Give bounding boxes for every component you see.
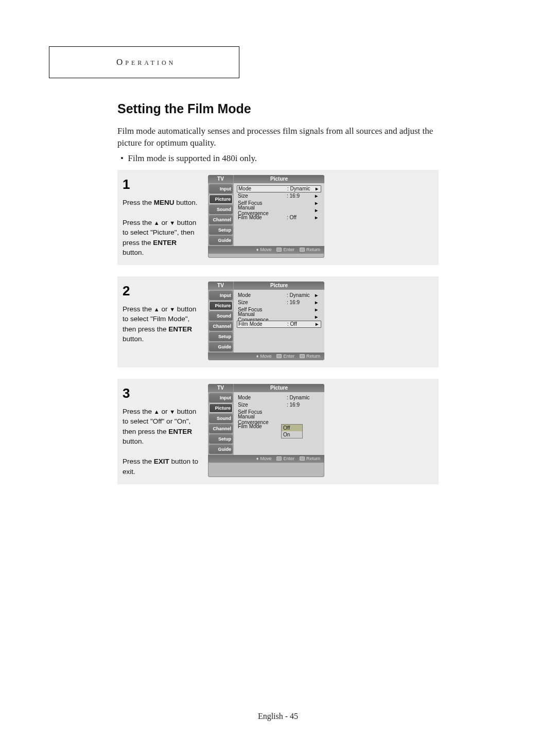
- osd-title: Picture: [234, 384, 324, 392]
- osd-tv-label: TV: [208, 175, 234, 183]
- osd-footer: ♦Move Enter Return: [208, 246, 324, 254]
- updown-icon: ♦: [256, 354, 259, 359]
- step-2-line-1: Press the ▲ or ▼ button to select "Film …: [123, 304, 199, 344]
- enter-icon: [276, 248, 282, 252]
- page-footer: English - 45: [0, 712, 556, 721]
- footer-move: ♦Move: [256, 456, 272, 461]
- sidebar-picture[interactable]: Picture: [209, 301, 233, 310]
- osd-sidebar: Input Picture Sound Channel Setup Guide: [208, 392, 234, 455]
- footer-move: ♦Move: [256, 247, 272, 252]
- chapter-title: Operation: [116, 57, 176, 67]
- dropdown-option-on[interactable]: On: [282, 431, 302, 438]
- sidebar-channel[interactable]: Channel: [209, 215, 233, 224]
- osd-main: Mode: Dynamic▸ Size: 16:9▸ Self Focus▸ M…: [234, 183, 324, 246]
- sidebar-input[interactable]: Input: [209, 184, 233, 194]
- step-2: 2 Press the ▲ or ▼ button to select "Fil…: [117, 276, 439, 367]
- menu-row-filmmode[interactable]: Film Mode: Off▸: [237, 214, 321, 221]
- footer-return: Return: [300, 354, 320, 359]
- footer-move: ♦Move: [256, 354, 272, 359]
- updown-icon: ♦: [256, 456, 259, 461]
- sidebar-sound[interactable]: Sound: [209, 311, 233, 321]
- sidebar-input[interactable]: Input: [209, 393, 233, 402]
- menu-row-size[interactable]: Size: 16:9: [237, 401, 321, 409]
- osd-screenshot-3: TV Picture Input Picture Sound Channel S…: [208, 384, 324, 477]
- menu-row-filmmode[interactable]: Film Mode:: [237, 423, 321, 430]
- step-3-text: 3 Press the ▲ or ▼ button to select "Off…: [123, 384, 199, 477]
- osd-screenshot-2: TV Picture Input Picture Sound Channel S…: [208, 282, 324, 360]
- menu-row-mode[interactable]: Mode: Dynamic▸: [237, 292, 321, 299]
- bullet-note: • Film mode is supported in 480i only.: [120, 153, 439, 164]
- chevron-right-icon: ▸: [312, 215, 318, 220]
- menu-row-mode[interactable]: Mode: Dynamic▸: [237, 185, 321, 192]
- step-number: 1: [123, 175, 199, 195]
- osd-screenshot-1: TV Picture Input Picture Sound Channel S…: [208, 175, 324, 258]
- step-1-line-1: Press the MENU button.: [123, 198, 199, 208]
- menu-row-size[interactable]: Size: 16:9▸: [237, 299, 321, 306]
- sidebar-sound[interactable]: Sound: [209, 205, 233, 214]
- up-arrow-icon: ▲: [154, 220, 160, 226]
- osd-footer: ♦Move Enter Return: [208, 353, 324, 360]
- sidebar-input[interactable]: Input: [209, 291, 233, 300]
- up-arrow-icon: ▲: [154, 306, 160, 312]
- step-2-text: 2 Press the ▲ or ▼ button to select "Fil…: [123, 282, 199, 360]
- menu-row-mode[interactable]: Mode: Dynamic: [237, 394, 321, 401]
- sidebar-setup[interactable]: Setup: [209, 434, 233, 444]
- footer-return: Return: [300, 456, 320, 461]
- dropdown-option-off[interactable]: Off: [282, 425, 302, 431]
- manual-page: Operation Setting the Film Mode Film mod…: [0, 0, 556, 756]
- osd-title: Picture: [234, 175, 324, 183]
- content-area: Setting the Film Mode Film mode automati…: [117, 101, 439, 484]
- step-3: 3 Press the ▲ or ▼ button to select "Off…: [117, 379, 439, 484]
- sidebar-guide[interactable]: Guide: [209, 236, 233, 245]
- osd-footer: ♦Move Enter Return: [208, 455, 324, 463]
- enter-icon: [276, 456, 282, 461]
- chevron-right-icon: ▸: [312, 207, 318, 213]
- osd-main: Mode: Dynamic▸ Size: 16:9▸ Self Focus▸ M…: [234, 290, 324, 353]
- menu-row-convergence[interactable]: Manual Convergence▸: [237, 313, 321, 321]
- menu-row-filmmode[interactable]: Film Mode: Off▸: [237, 321, 321, 328]
- step-3-line-2: Press the EXIT button to exit.: [123, 456, 199, 477]
- intro-text: Film mode automatically senses and proce…: [117, 126, 439, 149]
- chevron-right-icon: ▸: [313, 321, 318, 327]
- chevron-right-icon: ▸: [312, 193, 318, 199]
- step-number: 3: [123, 384, 199, 403]
- footer-enter: Enter: [276, 247, 294, 252]
- sidebar-sound[interactable]: Sound: [209, 414, 233, 423]
- chevron-right-icon: ▸: [312, 307, 318, 312]
- chevron-right-icon: ▸: [312, 300, 318, 305]
- osd-tv-label: TV: [208, 282, 234, 290]
- step-1-line-2: Press the ▲ or ▼ button to select "Pictu…: [123, 218, 199, 258]
- sidebar-picture[interactable]: Picture: [209, 403, 233, 413]
- sidebar-picture[interactable]: Picture: [209, 195, 233, 204]
- osd-title: Picture: [234, 282, 324, 290]
- step-1-text: 1 Press the MENU button. Press the ▲ or …: [123, 175, 199, 258]
- sidebar-channel[interactable]: Channel: [209, 322, 233, 331]
- menu-row-convergence[interactable]: Manual Convergence: [237, 416, 321, 423]
- osd-sidebar: Input Picture Sound Channel Setup Guide: [208, 183, 234, 246]
- sidebar-guide[interactable]: Guide: [209, 445, 233, 454]
- sidebar-setup[interactable]: Setup: [209, 225, 233, 235]
- osd-body: Input Picture Sound Channel Setup Guide …: [208, 392, 324, 455]
- return-icon: [300, 354, 305, 358]
- down-arrow-icon: ▼: [169, 409, 175, 415]
- chevron-right-icon: ▸: [312, 292, 318, 298]
- filmmode-dropdown[interactable]: Off On: [281, 424, 303, 438]
- chapter-header: Operation: [49, 46, 239, 78]
- footer-return: Return: [300, 247, 320, 252]
- footer-enter: Enter: [276, 456, 294, 461]
- osd-tv-label: TV: [208, 384, 234, 392]
- step-1: 1 Press the MENU button. Press the ▲ or …: [117, 170, 439, 265]
- osd-header: TV Picture: [208, 282, 324, 290]
- sidebar-setup[interactable]: Setup: [209, 332, 233, 341]
- enter-icon: [276, 354, 282, 358]
- menu-row-size[interactable]: Size: 16:9▸: [237, 192, 321, 200]
- updown-icon: ♦: [256, 247, 259, 252]
- return-icon: [300, 248, 305, 252]
- sidebar-channel[interactable]: Channel: [209, 424, 233, 433]
- return-icon: [300, 456, 305, 461]
- sidebar-guide[interactable]: Guide: [209, 342, 233, 351]
- osd-header: TV Picture: [208, 384, 324, 392]
- osd-body: Input Picture Sound Channel Setup Guide …: [208, 183, 324, 246]
- menu-row-convergence[interactable]: Manual Convergence▸: [237, 207, 321, 214]
- osd-sidebar: Input Picture Sound Channel Setup Guide: [208, 290, 234, 353]
